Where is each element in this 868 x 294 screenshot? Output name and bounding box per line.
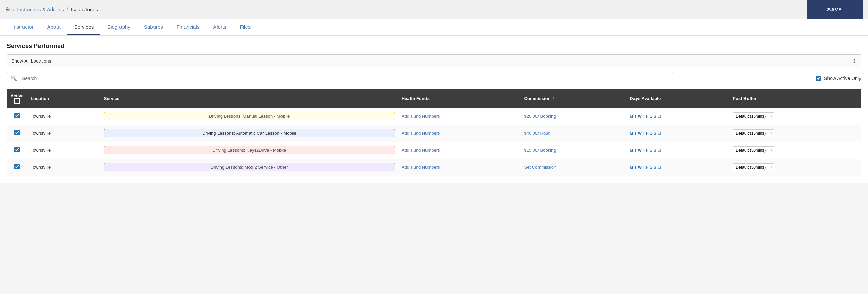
post-buffer-wrap: Default (15mins)Default (30mins)Default … xyxy=(733,112,774,120)
day-label-t3[interactable]: T xyxy=(643,165,645,170)
day-label-m0[interactable]: M xyxy=(630,131,633,136)
day-label-f4[interactable]: F xyxy=(646,114,648,119)
day-label-t1[interactable]: T xyxy=(634,114,637,119)
tab-files[interactable]: Files xyxy=(233,19,258,35)
post-buffer-select[interactable]: Default (15mins)Default (30mins)Default … xyxy=(733,163,774,172)
tab-services[interactable]: Services xyxy=(67,19,101,35)
row-days-available: MTWTFSS☑ xyxy=(626,125,729,142)
row-active-checkbox[interactable] xyxy=(14,147,20,152)
row-active-cell xyxy=(7,108,27,125)
service-pill[interactable]: Driving Lessons: Manual Lesson - Mobile xyxy=(104,112,395,120)
service-pill[interactable]: Driving Lessons: Mod 2 Service - Other xyxy=(104,163,395,172)
row-post-buffer: Default (15mins)Default (30mins)Default … xyxy=(729,108,861,125)
header-select-all-checkbox[interactable] xyxy=(14,98,20,104)
post-buffer-select[interactable]: Default (15mins)Default (30mins)Default … xyxy=(733,112,774,120)
gear-icon[interactable]: ⚙ xyxy=(5,6,10,13)
day-label-s5[interactable]: S xyxy=(650,114,653,119)
day-label-f4[interactable]: F xyxy=(646,148,648,153)
days-checked-icon[interactable]: ☑ xyxy=(657,131,661,136)
day-label-w2[interactable]: W xyxy=(638,148,642,153)
days-checked-icon[interactable]: ☑ xyxy=(657,148,661,153)
show-active-wrap: Show Active Only xyxy=(816,76,861,81)
row-days-available: MTWTFSS☑ xyxy=(626,108,729,125)
day-label-f4[interactable]: F xyxy=(646,131,648,136)
day-label-s6[interactable]: S xyxy=(654,131,656,136)
tab-biography[interactable]: Biography xyxy=(100,19,137,35)
day-label-s5[interactable]: S xyxy=(650,131,653,136)
table-header-row: Active Location Service Health Funds Com… xyxy=(7,89,861,108)
days-checked-icon[interactable]: ☑ xyxy=(657,114,661,119)
search-input[interactable] xyxy=(20,73,673,84)
row-commission: Set Commission xyxy=(521,159,627,176)
row-health-funds: Add Fund Numbers xyxy=(398,159,521,176)
day-label-t3[interactable]: T xyxy=(643,131,645,136)
days-checked-icon[interactable]: ☑ xyxy=(657,165,661,170)
day-label-m0[interactable]: M xyxy=(630,165,633,170)
day-label-s6[interactable]: S xyxy=(654,148,656,153)
day-label-t1[interactable]: T xyxy=(634,165,637,170)
search-wrap: 🔍 xyxy=(7,72,673,84)
tab-instructor[interactable]: Instructor xyxy=(5,19,41,35)
header-health-funds: Health Funds xyxy=(398,89,521,108)
breadcrumb-separator-1: / xyxy=(13,6,14,12)
add-fund-numbers-link[interactable]: Add Fund Numbers xyxy=(402,165,440,170)
row-location: Townsville xyxy=(27,108,100,125)
breadcrumb-link-instructors[interactable]: Instructors & Admins xyxy=(17,6,64,12)
add-fund-numbers-link[interactable]: Add Fund Numbers xyxy=(402,148,440,153)
day-label-t1[interactable]: T xyxy=(634,148,637,153)
row-commission: $15.00/ Booking xyxy=(521,142,627,159)
row-active-checkbox[interactable] xyxy=(14,164,20,169)
row-post-buffer: Default (15mins)Default (30mins)Default … xyxy=(729,125,861,142)
day-label-m0[interactable]: M xyxy=(630,148,633,153)
row-commission: $20.00/ Booking xyxy=(521,108,627,125)
tab-financials[interactable]: Financials xyxy=(170,19,207,35)
row-days-available: MTWTFSS☑ xyxy=(626,159,729,176)
add-fund-numbers-link[interactable]: Add Fund Numbers xyxy=(402,131,440,136)
tab-about[interactable]: About xyxy=(41,19,67,35)
search-row: 🔍 Show Active Only xyxy=(7,72,861,84)
row-service: Driving Lessons: Keys2Drive - Mobile xyxy=(100,142,398,159)
row-active-checkbox[interactable] xyxy=(14,113,20,118)
day-label-s6[interactable]: S xyxy=(654,114,656,119)
table-body: TownsvilleDriving Lessons: Manual Lesson… xyxy=(7,108,861,176)
location-select[interactable]: Show All Locations Townsville xyxy=(7,54,861,67)
tab-alerts[interactable]: Alerts xyxy=(206,19,233,35)
table-row: TownsvilleDriving Lessons: Automatic Car… xyxy=(7,125,861,142)
service-pill[interactable]: Driving Lessons: Keys2Drive - Mobile xyxy=(104,146,395,154)
row-service: Driving Lessons: Mod 2 Service - Other xyxy=(100,159,398,176)
row-location: Townsville xyxy=(27,142,100,159)
day-label-w2[interactable]: W xyxy=(638,114,642,119)
tab-suburbs[interactable]: Suburbs xyxy=(137,19,170,35)
day-label-t3[interactable]: T xyxy=(643,114,645,119)
row-location: Townsville xyxy=(27,125,100,142)
day-label-s6[interactable]: S xyxy=(654,165,656,170)
save-button[interactable]: SAVE xyxy=(807,0,863,19)
day-label-m0[interactable]: M xyxy=(630,114,633,119)
row-health-funds: Add Fund Numbers xyxy=(398,108,521,125)
row-health-funds: Add Fund Numbers xyxy=(398,125,521,142)
add-fund-numbers-link[interactable]: Add Fund Numbers xyxy=(402,114,440,119)
day-label-t3[interactable]: T xyxy=(643,148,645,153)
location-select-wrap: Show All Locations Townsville ⇕ xyxy=(7,54,861,67)
commission-help-icon[interactable]: ? xyxy=(552,97,555,101)
day-label-w2[interactable]: W xyxy=(638,165,642,170)
day-label-s5[interactable]: S xyxy=(650,165,653,170)
day-label-s5[interactable]: S xyxy=(650,148,653,153)
day-label-t1[interactable]: T xyxy=(634,131,637,136)
day-label-w2[interactable]: W xyxy=(638,131,642,136)
day-label-f4[interactable]: F xyxy=(646,165,648,170)
table-row: TownsvilleDriving Lessons: Mod 2 Service… xyxy=(7,159,861,176)
row-days-available: MTWTFSS☑ xyxy=(626,142,729,159)
search-icon: 🔍 xyxy=(7,72,20,84)
main-content: Services Performed Show All Locations To… xyxy=(0,36,868,183)
post-buffer-select[interactable]: Default (15mins)Default (30mins)Default … xyxy=(733,129,774,137)
post-buffer-wrap: Default (15mins)Default (30mins)Default … xyxy=(733,146,774,154)
post-buffer-select[interactable]: Default (15mins)Default (30mins)Default … xyxy=(733,146,774,154)
row-location: Townsville xyxy=(27,159,100,176)
commission-value[interactable]: Set Commission xyxy=(524,165,557,170)
show-active-checkbox[interactable] xyxy=(816,76,821,81)
service-pill[interactable]: Driving Lessons: Automatic Car Lesson - … xyxy=(104,129,395,137)
row-post-buffer: Default (15mins)Default (30mins)Default … xyxy=(729,159,861,176)
row-active-checkbox[interactable] xyxy=(14,130,20,135)
services-table: Active Location Service Health Funds Com… xyxy=(7,89,861,176)
